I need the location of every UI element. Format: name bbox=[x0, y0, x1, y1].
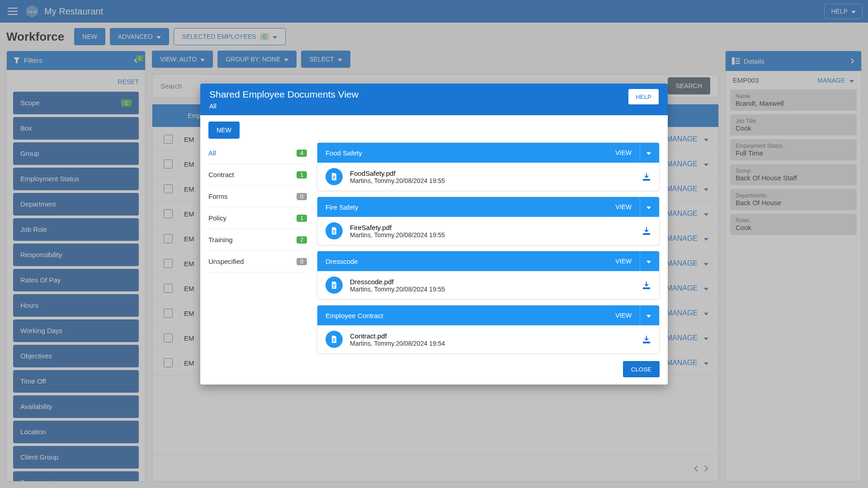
modal-overlay: Shared Employee Documents View All HELP … bbox=[0, 0, 868, 488]
document-filename: Contract.pdf bbox=[350, 332, 445, 340]
modal-close-button[interactable]: CLOSE bbox=[623, 361, 660, 377]
document-icon bbox=[326, 168, 343, 185]
svg-rect-6 bbox=[333, 176, 335, 177]
category-item[interactable]: Unspecified0 bbox=[208, 251, 307, 272]
document-filename: FoodSafety.pdf bbox=[350, 169, 445, 177]
card-menu-button[interactable] bbox=[640, 305, 651, 325]
modal-help-button[interactable]: HELP bbox=[628, 89, 659, 104]
modal-subtitle: All bbox=[209, 103, 628, 110]
document-card: Food Safety VIEW FoodSafety.pdf Martins,… bbox=[317, 142, 660, 191]
documents-column: Food Safety VIEW FoodSafety.pdf Martins,… bbox=[317, 142, 660, 354]
chevron-down-icon bbox=[646, 257, 651, 265]
modal-header: Shared Employee Documents View All HELP bbox=[200, 84, 668, 115]
svg-rect-14 bbox=[333, 287, 335, 288]
download-button[interactable] bbox=[642, 172, 651, 181]
document-icon bbox=[326, 277, 343, 294]
document-category: Fire Safety bbox=[326, 203, 615, 211]
shared-documents-modal: Shared Employee Documents View All HELP … bbox=[200, 84, 668, 385]
category-count-badge: 0 bbox=[297, 193, 307, 200]
document-card: Employee Contract VIEW Contract.pdf Mart… bbox=[317, 305, 660, 354]
category-item[interactable]: All4 bbox=[208, 142, 307, 164]
document-card-header: Fire Safety VIEW bbox=[317, 197, 659, 217]
category-count-badge: 1 bbox=[297, 171, 307, 178]
category-item[interactable]: Policy1 bbox=[208, 207, 307, 229]
svg-rect-13 bbox=[333, 286, 335, 286]
document-category: Food Safety bbox=[326, 149, 615, 157]
svg-rect-8 bbox=[333, 178, 335, 179]
category-count-badge: 1 bbox=[297, 215, 307, 222]
svg-rect-17 bbox=[333, 341, 335, 342]
view-button[interactable]: VIEW bbox=[615, 312, 632, 319]
card-menu-button[interactable] bbox=[640, 251, 651, 271]
document-card-header: Dresscode VIEW bbox=[317, 251, 659, 271]
document-meta: Martins, Tommy.20/08/2024 19:55 bbox=[350, 177, 445, 184]
modal-title: Shared Employee Documents View bbox=[209, 89, 628, 100]
document-filename: FireSafety.pdf bbox=[350, 224, 445, 231]
svg-rect-16 bbox=[333, 340, 335, 341]
category-item[interactable]: Contract1 bbox=[208, 164, 307, 186]
card-menu-button[interactable] bbox=[640, 197, 651, 217]
card-menu-button[interactable] bbox=[640, 143, 651, 163]
document-meta: Martins, Tommy.20/08/2024 19:55 bbox=[350, 286, 445, 293]
download-button[interactable] bbox=[642, 281, 651, 290]
view-button[interactable]: VIEW bbox=[615, 203, 632, 211]
svg-rect-9 bbox=[333, 230, 335, 231]
svg-rect-15 bbox=[333, 338, 335, 339]
svg-rect-7 bbox=[333, 177, 335, 178]
svg-rect-12 bbox=[333, 284, 335, 285]
document-card: Dresscode VIEW Dresscode.pdf Martins, To… bbox=[317, 251, 660, 300]
category-list: All4Contract1Forms0Policy1Training2Unspe… bbox=[208, 142, 307, 354]
document-meta: Martins, Tommy.20/08/2024 19:54 bbox=[350, 340, 445, 347]
download-button[interactable] bbox=[642, 226, 651, 235]
document-card-header: Employee Contract VIEW bbox=[317, 305, 659, 325]
view-button[interactable]: VIEW bbox=[615, 258, 632, 265]
document-filename: Dresscode.pdf bbox=[350, 278, 445, 286]
document-icon bbox=[326, 331, 343, 348]
category-item[interactable]: Training2 bbox=[208, 229, 307, 251]
document-card-header: Food Safety VIEW bbox=[317, 143, 659, 163]
document-card: Fire Safety VIEW FireSafety.pdf Martins,… bbox=[317, 197, 660, 245]
document-meta: Martins, Tommy.20/08/2024 19:55 bbox=[350, 231, 445, 239]
category-count-badge: 4 bbox=[297, 150, 307, 157]
modal-new-button[interactable]: NEW bbox=[208, 122, 240, 139]
chevron-down-icon bbox=[646, 203, 651, 211]
category-count-badge: 0 bbox=[297, 258, 307, 265]
view-button[interactable]: VIEW bbox=[615, 149, 632, 156]
svg-rect-11 bbox=[333, 233, 335, 234]
category-item[interactable]: Forms0 bbox=[208, 186, 307, 207]
document-icon bbox=[326, 222, 343, 239]
chevron-down-icon bbox=[646, 311, 651, 319]
download-button[interactable] bbox=[642, 335, 651, 344]
svg-rect-10 bbox=[333, 231, 335, 232]
document-category: Employee Contract bbox=[326, 312, 615, 319]
category-count-badge: 2 bbox=[297, 236, 307, 244]
chevron-down-icon bbox=[646, 149, 651, 157]
document-category: Dresscode bbox=[326, 258, 615, 265]
